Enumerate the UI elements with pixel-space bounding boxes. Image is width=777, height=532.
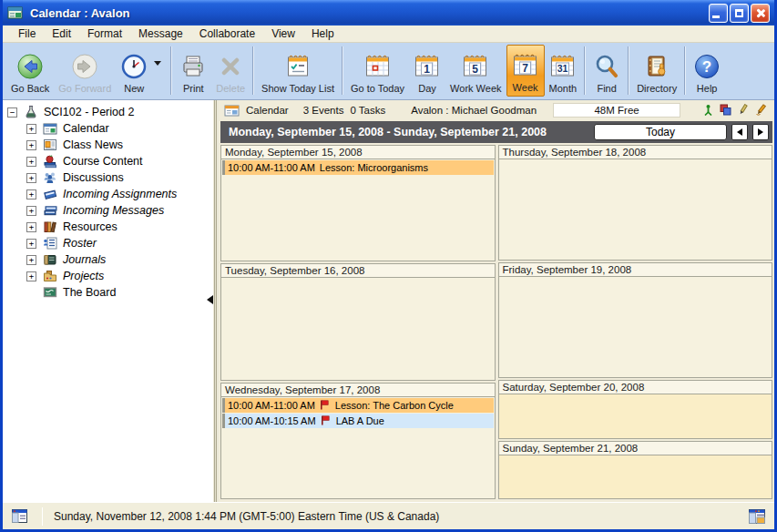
event-title: Lesson: Microorganisms [320,162,428,173]
pencil-icon[interactable] [738,104,749,118]
journal-icon [43,252,58,267]
day-body[interactable] [499,277,772,377]
tree-label: Class News [63,138,123,151]
toolbar-label: Directory [637,83,677,95]
sidebar-item-incoming-messages[interactable]: + Incoming Messages [3,202,213,219]
tree-expand-box[interactable]: + [26,206,36,216]
print-button[interactable]: Print [175,45,211,97]
tree-expand-box[interactable]: + [26,271,36,281]
sidebar-item-discussions[interactable]: + Discussions [3,169,213,186]
tree-collapse-box[interactable]: − [7,107,17,118]
status-window-icon[interactable] [12,509,27,523]
menu-message[interactable]: Message [130,27,191,40]
tree-expand-box[interactable]: + [26,255,36,265]
calendar-pane: Calendar 3 Events 0 Tasks Avalon : Micha… [219,100,774,502]
menu-format[interactable]: Format [79,27,130,40]
find-button[interactable]: Find [588,45,625,97]
collapse-left-icon[interactable] [207,295,213,304]
calendar-event[interactable]: 10:00 AM-10:15 AM LAB A Due [222,414,494,428]
new-button[interactable]: New [116,45,152,97]
tree-expand-box[interactable]: + [26,124,36,134]
sidebar-item-the-board[interactable]: The Board [3,284,213,301]
today-list-icon [284,50,312,83]
flask-icon [24,105,39,119]
today-button[interactable]: Today [594,124,727,140]
toolbar-label: Go Back [11,83,49,95]
tree-expand-box[interactable]: + [26,173,36,183]
week-grid-left-column: Monday, September 15, 2008 10:00 AM-11:0… [220,145,496,499]
tree-expand-box[interactable]: + [26,239,36,249]
day-header[interactable]: Thursday, September 18, 2008 [499,146,772,159]
tree-expand-box[interactable]: + [26,157,36,167]
help-button[interactable]: ? Help [689,45,725,97]
menu-edit[interactable]: Edit [44,27,79,40]
toolbar-label: Help [697,83,718,95]
layers-icon[interactable] [720,104,731,118]
minimize-button[interactable] [709,4,728,23]
next-week-button[interactable] [752,124,769,140]
status-bar: Sunday, November 12, 2008 1:44 PM (GMT-5… [3,502,774,529]
tree-expand-box[interactable]: + [26,222,36,232]
previous-week-button[interactable] [731,124,748,140]
day-cell-monday: Monday, September 15, 2008 10:00 AM-11:0… [220,145,496,261]
sidebar-item-incoming-assignments[interactable]: + Incoming Assignments [3,186,213,202]
day-view-button[interactable]: 1 Day [409,45,445,97]
day-header[interactable]: Saturday, September 20, 2008 [499,381,772,394]
day-header[interactable]: Monday, September 15, 2008 [221,146,495,159]
toolbar-label: Print [183,83,204,95]
gold-pencil-icon[interactable] [755,104,767,118]
day-header[interactable]: Tuesday, September 16, 2008 [221,264,495,278]
tree-expand-box[interactable]: + [26,189,36,200]
day-cell-thursday: Thursday, September 18, 2008 [498,145,773,261]
apple-books-icon [43,154,58,169]
status-panel-icon[interactable] [749,509,765,524]
sidebar-item-resources[interactable]: + Resources [3,219,213,235]
show-today-list-button[interactable]: Show Today List [257,45,339,97]
maximize-button[interactable] [730,4,749,23]
calendar-event[interactable]: 10:00 AM-11:00 AM Lesson: The Carbon Cyc… [222,398,494,413]
calendar-event[interactable]: 10:00 AM-11:00 AM Lesson: Microorganisms [222,160,494,175]
day-body[interactable]: 10:00 AM-11:00 AM Lesson: The Carbon Cyc… [221,397,495,498]
day-cell-tuesday: Tuesday, September 16, 2008 [220,263,496,380]
day-header[interactable]: Sunday, September 21, 2008 [499,442,772,455]
go-to-today-button[interactable]: Go to Today [346,45,409,97]
close-button[interactable] [751,4,770,23]
day-header[interactable]: Friday, September 19, 2008 [499,263,772,277]
work-week-view-button[interactable]: 5 Work Week [445,45,506,97]
directory-icon [643,50,670,83]
day-header[interactable]: Wednesday, September 17, 2008 [221,384,495,397]
go-back-button[interactable]: Go Back [6,45,54,97]
tree-expand-box[interactable]: + [26,140,36,150]
sidebar-item-roster[interactable]: + Roster [3,235,213,251]
svg-text:1: 1 [424,63,430,76]
day-body[interactable] [499,455,772,498]
window-controls [709,4,770,23]
tree-root-sci102[interactable]: − SCI102 - Period 2 [3,104,213,120]
directory-button[interactable]: Directory [632,45,681,97]
day-body[interactable] [499,394,772,438]
menu-view[interactable]: View [263,27,303,40]
toolbar-separator [342,46,343,95]
menu-help[interactable]: Help [303,27,342,40]
new-dropdown-button[interactable] [152,45,168,97]
week-view-button[interactable]: 7 Week [506,45,545,97]
go-forward-button: Go Forward [54,45,116,97]
find-icon [593,50,620,83]
calendar-icon [43,121,58,136]
menu-collaborate[interactable]: Collaborate [191,27,263,40]
sidebar-item-projects[interactable]: + Projects [3,268,213,284]
sidebar-item-class-news[interactable]: + Class News [3,137,213,153]
calendar-pane-icon [224,103,240,118]
sidebar-item-course-content[interactable]: + Course Content [3,153,213,169]
pane-splitter[interactable] [213,100,219,502]
sidebar-item-calendar[interactable]: + Calendar [3,120,213,137]
day-body[interactable] [221,278,495,379]
go-to-today-icon [364,50,392,83]
menu-file[interactable]: File [10,27,44,40]
day-body[interactable]: 10:00 AM-11:00 AM Lesson: Microorganisms [221,159,495,261]
day-body[interactable] [499,159,772,260]
sidebar-item-journals[interactable]: + Journals [3,251,213,268]
month-view-button[interactable]: 31 Month [545,45,582,97]
toolbar-label: Week [513,82,538,94]
person-icon[interactable] [703,104,713,118]
